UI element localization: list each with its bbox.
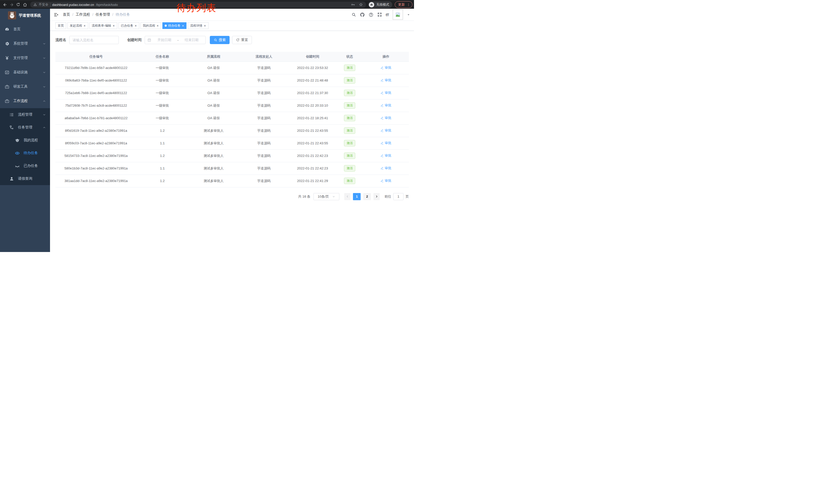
tab-label: 流程详情 [190, 24, 202, 28]
process-name-input[interactable] [69, 36, 119, 44]
cell-process: OA 请假 [188, 112, 239, 124]
cell-action: 审批 [363, 175, 409, 187]
edit-pen-icon [380, 154, 384, 157]
fullscreen-icon[interactable] [377, 12, 382, 17]
sidebar-item-label: 基础设施 [13, 70, 28, 75]
status-badge: 激活 [344, 152, 355, 159]
page-size-value: 10条/页 [318, 194, 329, 199]
incognito-badge: 无痕模式 [368, 1, 392, 8]
tab-close-icon[interactable]: × [134, 24, 137, 28]
search-button[interactable]: 搜索 [210, 36, 230, 44]
browser-back-icon[interactable] [2, 1, 8, 8]
browser-menu-dots-icon[interactable] [407, 3, 410, 7]
browser-update-button[interactable]: 更新 [395, 1, 412, 8]
security-warning-icon[interactable] [33, 3, 37, 6]
tab-我的流程[interactable]: 我的流程× [140, 22, 161, 29]
browser-home-icon[interactable] [22, 1, 28, 8]
sidebar-item-process-mgmt[interactable]: 流程管理 [0, 108, 50, 121]
sidebar-item-done-task[interactable]: 已办任务 [0, 159, 50, 172]
start-date-placeholder[interactable]: 开始日期 [153, 38, 176, 42]
end-date-placeholder[interactable]: 结束日期 [180, 38, 203, 42]
approve-button[interactable]: 审批 [380, 91, 391, 95]
browser-forward-icon[interactable] [8, 1, 15, 8]
tab-待办任务[interactable]: 待办任务× [162, 22, 187, 29]
approve-button[interactable]: 审批 [380, 65, 391, 70]
active-tab-dot [165, 25, 167, 27]
tab-close-icon[interactable]: × [204, 24, 206, 28]
cell-name: 一级审批 [137, 61, 188, 74]
sidebar-menu: 首页系统管理支付管理基础设施研发工具工作流程流程管理任务管理我的流程待办任务已办… [0, 22, 50, 185]
github-icon[interactable] [360, 12, 365, 17]
bookmark-star-icon[interactable] [359, 3, 363, 7]
sidebar-item-label: 请假查询 [18, 176, 32, 181]
approve-button[interactable]: 审批 [380, 178, 391, 183]
page-size-select[interactable]: 10条/页 [314, 193, 339, 200]
sidebar-collapse-icon[interactable] [54, 12, 58, 17]
breadcrumb-separator: / [92, 12, 93, 17]
goto-page-input[interactable] [393, 193, 404, 200]
sidebar-item-home[interactable]: 首页 [0, 22, 50, 36]
cell-action: 审批 [363, 137, 409, 149]
tab-close-icon[interactable]: × [113, 24, 115, 28]
tab-close-icon[interactable]: × [83, 24, 86, 28]
sidebar-item-label: 支付管理 [13, 56, 28, 60]
page-button-2[interactable]: 2 [363, 193, 371, 200]
sidebar-item-todo-task[interactable]: 待办任务 [0, 147, 50, 159]
approve-button[interactable]: 审批 [380, 103, 391, 108]
approve-button[interactable]: 审批 [380, 153, 391, 158]
chevron-down-icon [43, 56, 46, 60]
tab-close-icon[interactable]: × [181, 24, 184, 28]
cell-process: 测试多审批人 [188, 137, 239, 149]
tab-首页[interactable]: 首页 [55, 22, 66, 29]
font-size-icon[interactable]: tT [386, 12, 389, 17]
sidebar-item-my-process[interactable]: 我的流程 [0, 134, 50, 147]
date-range-picker[interactable]: 开始日期 - 结束日期 [145, 36, 206, 44]
edit-pen-icon [380, 91, 384, 95]
approve-button[interactable]: 审批 [380, 128, 391, 133]
tab-close-icon[interactable]: × [157, 24, 159, 28]
approve-label: 审批 [385, 178, 391, 183]
reset-button[interactable]: 重置 [232, 36, 252, 44]
dashboard-icon [4, 27, 9, 32]
toolbox-icon [4, 84, 9, 89]
update-label[interactable]: 更新 [398, 2, 405, 7]
sidebar-item-payment[interactable]: 支付管理 [0, 51, 50, 65]
address-bar[interactable]: 不安全 dashboard.yudao.iocoder.cn/bpm/task/… [30, 2, 366, 8]
tab-流程表单-编辑[interactable]: 流程表单-编辑× [89, 22, 118, 29]
help-icon[interactable] [369, 12, 373, 17]
sidebar-item-devtools[interactable]: 研发工具 [0, 80, 50, 94]
sidebar-item-infra[interactable]: 基础设施 [0, 65, 50, 80]
header-search-icon[interactable] [351, 12, 356, 17]
app-logo[interactable]: 芋道管理系统 [0, 9, 50, 22]
breadcrumb-item[interactable]: 工作流程 [76, 12, 90, 17]
sidebar-item-leave-query[interactable]: 请假查询 [0, 172, 50, 185]
incognito-label: 无痕模式 [376, 3, 389, 7]
approve-button[interactable]: 审批 [380, 116, 391, 120]
cell-name: 1.1 [137, 137, 188, 149]
table-row: 75d72608-7b7f-11ec-a3c8-acde48001122一级审批… [55, 99, 409, 112]
next-page-button[interactable] [373, 193, 380, 200]
avatar[interactable] [393, 9, 403, 20]
sidebar-item-task-mgmt[interactable]: 任务管理 [0, 121, 50, 134]
prev-page-button[interactable] [344, 193, 350, 200]
breadcrumb: 首页/工作流程/任务管理/待办任务 [63, 12, 130, 17]
cell-process: 测试多审批人 [188, 175, 239, 187]
process-name-label: 流程名 [55, 38, 66, 42]
create-time-label: 创建时间 [127, 38, 141, 42]
cell-status: 激活 [336, 137, 363, 149]
sidebar-item-workflow[interactable]: 工作流程 [0, 94, 50, 108]
tab-已办任务[interactable]: 已办任务× [119, 22, 139, 29]
page-button-1[interactable]: 1 [353, 193, 361, 200]
cell-id: 75d72608-7b7f-11ec-a3c8-acde48001122 [55, 99, 137, 112]
approve-button[interactable]: 审批 [380, 166, 391, 171]
key-icon[interactable] [351, 3, 355, 7]
tab-发起流程[interactable]: 发起流程× [68, 22, 88, 29]
avatar-caret-down-icon[interactable] [407, 13, 410, 16]
sidebar-item-system[interactable]: 系统管理 [0, 36, 50, 51]
approve-button[interactable]: 审批 [380, 141, 391, 145]
breadcrumb-item[interactable]: 首页 [63, 12, 70, 17]
breadcrumb-item[interactable]: 任务管理 [96, 12, 110, 17]
approve-button[interactable]: 审批 [380, 78, 391, 83]
browser-reload-icon[interactable] [15, 1, 22, 8]
tab-流程详情[interactable]: 流程详情× [188, 22, 209, 29]
